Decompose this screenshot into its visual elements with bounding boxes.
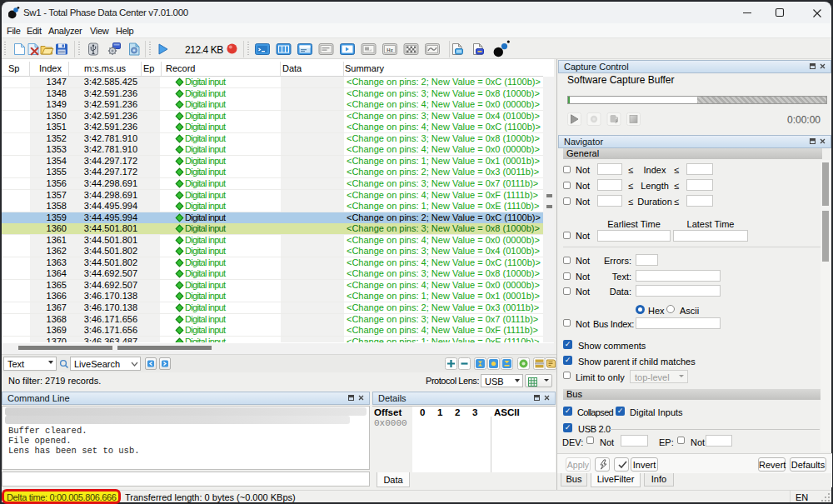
svg-text:Hz: Hz [387,47,392,52]
